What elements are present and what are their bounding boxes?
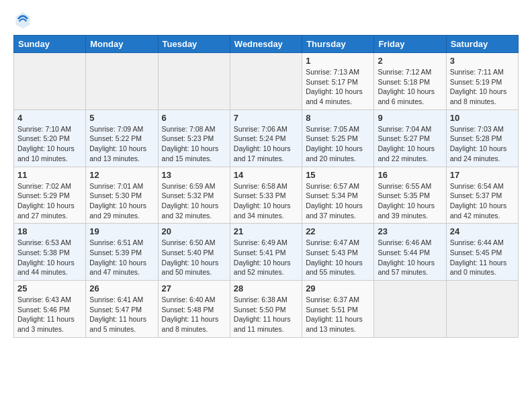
day-info: Sunrise: 6:51 AM Sunset: 5:39 PM Dayligh… <box>89 238 154 277</box>
day-info: Sunrise: 7:13 AM Sunset: 5:17 PM Dayligh… <box>306 67 370 107</box>
day-info: Sunrise: 7:08 AM Sunset: 5:23 PM Dayligh… <box>162 124 226 164</box>
calendar-cell: 19Sunrise: 6:51 AM Sunset: 5:39 PM Dayli… <box>86 224 158 281</box>
day-number: 16 <box>378 170 442 180</box>
day-number: 1 <box>306 56 370 66</box>
calendar-week-row: 25Sunrise: 6:43 AM Sunset: 5:46 PM Dayli… <box>14 281 519 338</box>
calendar-cell: 6Sunrise: 7:08 AM Sunset: 5:23 PM Daylig… <box>158 109 230 167</box>
weekday-header: Thursday <box>302 36 374 53</box>
day-number: 25 <box>17 283 82 293</box>
calendar-cell: 12Sunrise: 7:01 AM Sunset: 5:30 PM Dayli… <box>86 167 158 224</box>
calendar-cell: 1Sunrise: 7:13 AM Sunset: 5:17 PM Daylig… <box>302 53 374 110</box>
calendar-header-row: SundayMondayTuesdayWednesdayThursdayFrid… <box>14 36 519 53</box>
day-number: 8 <box>306 113 370 123</box>
day-info: Sunrise: 7:12 AM Sunset: 5:18 PM Dayligh… <box>378 67 442 107</box>
calendar-cell <box>446 281 518 338</box>
weekday-header: Tuesday <box>158 36 230 53</box>
day-number: 27 <box>162 283 226 293</box>
day-number: 6 <box>162 113 226 123</box>
day-info: Sunrise: 6:54 AM Sunset: 5:37 PM Dayligh… <box>450 181 515 221</box>
day-info: Sunrise: 7:05 AM Sunset: 5:25 PM Dayligh… <box>306 124 370 164</box>
day-number: 22 <box>306 226 370 236</box>
page-header <box>13 11 519 30</box>
day-number: 19 <box>89 226 154 236</box>
weekday-header: Saturday <box>446 36 518 53</box>
calendar-cell: 9Sunrise: 7:04 AM Sunset: 5:27 PM Daylig… <box>374 109 446 167</box>
calendar-table: SundayMondayTuesdayWednesdayThursdayFrid… <box>13 35 519 338</box>
calendar-week-row: 4Sunrise: 7:10 AM Sunset: 5:20 PM Daylig… <box>14 109 519 167</box>
day-number: 20 <box>162 226 226 236</box>
calendar-cell <box>158 53 230 110</box>
calendar-cell: 13Sunrise: 6:59 AM Sunset: 5:32 PM Dayli… <box>158 167 230 224</box>
day-number: 29 <box>306 283 370 293</box>
day-info: Sunrise: 6:57 AM Sunset: 5:34 PM Dayligh… <box>306 181 370 221</box>
calendar-cell: 5Sunrise: 7:09 AM Sunset: 5:22 PM Daylig… <box>86 109 158 167</box>
calendar-cell: 23Sunrise: 6:46 AM Sunset: 5:44 PM Dayli… <box>374 224 446 281</box>
day-number: 4 <box>17 113 82 123</box>
calendar-cell: 2Sunrise: 7:12 AM Sunset: 5:18 PM Daylig… <box>374 53 446 110</box>
weekday-header: Wednesday <box>230 36 302 53</box>
calendar-cell: 4Sunrise: 7:10 AM Sunset: 5:20 PM Daylig… <box>14 109 86 167</box>
day-info: Sunrise: 6:38 AM Sunset: 5:50 PM Dayligh… <box>234 295 298 334</box>
day-number: 12 <box>89 170 154 180</box>
day-info: Sunrise: 6:55 AM Sunset: 5:35 PM Dayligh… <box>378 181 442 221</box>
calendar-cell: 27Sunrise: 6:40 AM Sunset: 5:48 PM Dayli… <box>158 281 230 338</box>
calendar-cell: 22Sunrise: 6:47 AM Sunset: 5:43 PM Dayli… <box>302 224 374 281</box>
calendar-cell <box>14 53 86 110</box>
day-info: Sunrise: 6:59 AM Sunset: 5:32 PM Dayligh… <box>162 181 226 221</box>
day-info: Sunrise: 7:01 AM Sunset: 5:30 PM Dayligh… <box>89 181 154 221</box>
weekday-header: Friday <box>374 36 446 53</box>
calendar-week-row: 18Sunrise: 6:53 AM Sunset: 5:38 PM Dayli… <box>14 224 519 281</box>
calendar-cell: 7Sunrise: 7:06 AM Sunset: 5:24 PM Daylig… <box>230 109 302 167</box>
logo <box>13 11 35 30</box>
calendar-cell: 18Sunrise: 6:53 AM Sunset: 5:38 PM Dayli… <box>14 224 86 281</box>
day-info: Sunrise: 6:43 AM Sunset: 5:46 PM Dayligh… <box>17 295 82 334</box>
day-number: 17 <box>450 170 515 180</box>
calendar-cell: 20Sunrise: 6:50 AM Sunset: 5:40 PM Dayli… <box>158 224 230 281</box>
day-number: 5 <box>89 113 154 123</box>
day-info: Sunrise: 7:03 AM Sunset: 5:28 PM Dayligh… <box>450 124 515 164</box>
day-number: 7 <box>234 113 298 123</box>
calendar-cell: 10Sunrise: 7:03 AM Sunset: 5:28 PM Dayli… <box>446 109 518 167</box>
calendar-cell: 8Sunrise: 7:05 AM Sunset: 5:25 PM Daylig… <box>302 109 374 167</box>
day-info: Sunrise: 6:40 AM Sunset: 5:48 PM Dayligh… <box>162 295 226 334</box>
weekday-header: Sunday <box>14 36 86 53</box>
day-info: Sunrise: 6:53 AM Sunset: 5:38 PM Dayligh… <box>17 238 82 277</box>
calendar-cell: 28Sunrise: 6:38 AM Sunset: 5:50 PM Dayli… <box>230 281 302 338</box>
calendar-cell: 26Sunrise: 6:41 AM Sunset: 5:47 PM Dayli… <box>86 281 158 338</box>
day-info: Sunrise: 6:37 AM Sunset: 5:51 PM Dayligh… <box>306 295 370 334</box>
day-info: Sunrise: 7:09 AM Sunset: 5:22 PM Dayligh… <box>89 124 154 164</box>
calendar-cell: 11Sunrise: 7:02 AM Sunset: 5:29 PM Dayli… <box>14 167 86 224</box>
day-info: Sunrise: 6:47 AM Sunset: 5:43 PM Dayligh… <box>306 238 370 277</box>
day-info: Sunrise: 6:41 AM Sunset: 5:47 PM Dayligh… <box>89 295 154 334</box>
day-info: Sunrise: 6:44 AM Sunset: 5:45 PM Dayligh… <box>450 238 515 277</box>
day-number: 9 <box>378 113 442 123</box>
day-number: 28 <box>234 283 298 293</box>
logo-icon <box>13 11 32 30</box>
calendar-cell: 16Sunrise: 6:55 AM Sunset: 5:35 PM Dayli… <box>374 167 446 224</box>
day-number: 10 <box>450 113 515 123</box>
calendar-cell: 3Sunrise: 7:11 AM Sunset: 5:19 PM Daylig… <box>446 53 518 110</box>
weekday-header: Monday <box>86 36 158 53</box>
day-info: Sunrise: 7:06 AM Sunset: 5:24 PM Dayligh… <box>234 124 298 164</box>
calendar-cell: 25Sunrise: 6:43 AM Sunset: 5:46 PM Dayli… <box>14 281 86 338</box>
calendar-cell: 15Sunrise: 6:57 AM Sunset: 5:34 PM Dayli… <box>302 167 374 224</box>
day-info: Sunrise: 7:11 AM Sunset: 5:19 PM Dayligh… <box>450 67 515 107</box>
calendar-cell: 29Sunrise: 6:37 AM Sunset: 5:51 PM Dayli… <box>302 281 374 338</box>
calendar-cell <box>86 53 158 110</box>
day-number: 11 <box>17 170 82 180</box>
day-info: Sunrise: 7:10 AM Sunset: 5:20 PM Dayligh… <box>17 124 82 164</box>
calendar-week-row: 1Sunrise: 7:13 AM Sunset: 5:17 PM Daylig… <box>14 53 519 110</box>
day-info: Sunrise: 7:04 AM Sunset: 5:27 PM Dayligh… <box>378 124 442 164</box>
day-info: Sunrise: 6:46 AM Sunset: 5:44 PM Dayligh… <box>378 238 442 277</box>
day-number: 2 <box>378 56 442 66</box>
calendar-cell: 24Sunrise: 6:44 AM Sunset: 5:45 PM Dayli… <box>446 224 518 281</box>
calendar-cell: 14Sunrise: 6:58 AM Sunset: 5:33 PM Dayli… <box>230 167 302 224</box>
day-info: Sunrise: 6:49 AM Sunset: 5:41 PM Dayligh… <box>234 238 298 277</box>
day-number: 26 <box>89 283 154 293</box>
day-info: Sunrise: 6:50 AM Sunset: 5:40 PM Dayligh… <box>162 238 226 277</box>
day-number: 15 <box>306 170 370 180</box>
calendar-cell <box>230 53 302 110</box>
day-number: 24 <box>450 226 515 236</box>
day-number: 23 <box>378 226 442 236</box>
svg-marker-0 <box>16 12 30 29</box>
